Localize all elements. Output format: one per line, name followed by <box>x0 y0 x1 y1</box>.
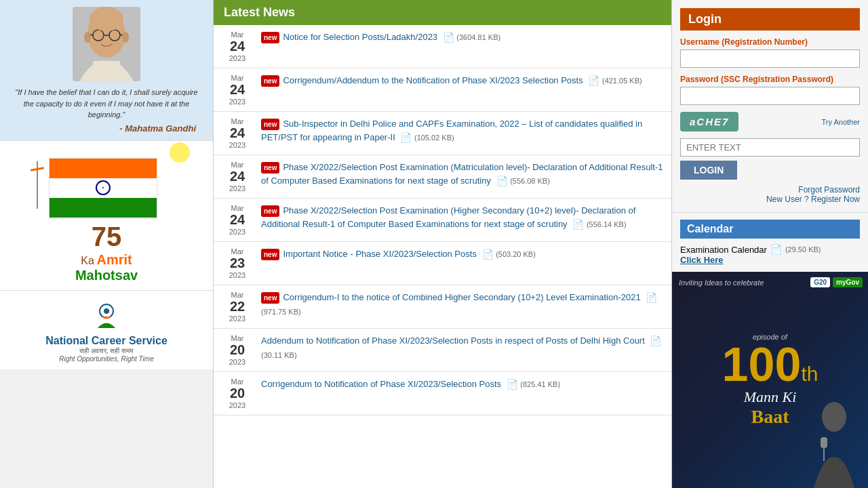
news-month: Mar <box>220 378 254 386</box>
captcha-input[interactable] <box>680 138 860 157</box>
news-title-link[interactable]: Notice for Selection Posts/Ladakh/2023 <box>283 32 437 42</box>
captcha-row: aCHE7 Try Another <box>680 112 860 131</box>
news-day: 24 <box>220 125 254 141</box>
news-content: Corrigendum to Notification of Phase XI/… <box>261 378 665 392</box>
news-title-link[interactable]: Corrigendum-I to the notice of Combined … <box>283 292 640 302</box>
news-day: 24 <box>220 39 254 54</box>
gandhi-section: "If I have the belief that I can do it, … <box>0 0 213 140</box>
new-badge: new <box>261 249 279 260</box>
news-month: Mar <box>220 161 254 169</box>
news-item: Mar232023newImportant Notice - Phase XI/… <box>214 242 671 285</box>
file-size: (825.41 KB) <box>520 380 560 388</box>
new-badge: new <box>261 119 279 130</box>
news-title-link[interactable]: Addendum to Notification of Phase XI/202… <box>261 336 645 346</box>
banner-section: Inviting Ideas to celebrate G20 myGov ep… <box>672 272 868 488</box>
news-year: 2023 <box>220 54 254 62</box>
mann-ki-baat: episode of 100 th Mann Ki Baat <box>722 333 818 428</box>
password-label: Password (SSC Registration Password) <box>680 75 860 84</box>
new-user-link[interactable]: New User ? Register Now <box>680 195 860 204</box>
news-content: newNotice for Selection Posts/Ladakh/202… <box>261 30 665 45</box>
news-day: 20 <box>220 386 254 401</box>
top-logos: G20 myGov <box>810 277 863 287</box>
file-size: (105.02 KB) <box>414 134 454 142</box>
gandhi-author: - Mahatma Gandhi <box>7 123 206 134</box>
login-header: Login <box>680 8 860 30</box>
news-title-link[interactable]: Important Notice - Phase XI/2023/Selecti… <box>283 249 476 259</box>
banner-content: Inviting Ideas to celebrate G20 myGov ep… <box>672 272 868 488</box>
file-size: (971.75 KB) <box>261 308 301 316</box>
news-content: newImportant Notice - Phase XI/2023/Sele… <box>261 247 665 262</box>
news-item: Mar242023newSub-Inspector in Delhi Polic… <box>214 112 671 155</box>
news-year: 2023 <box>220 184 254 192</box>
news-list[interactable]: Mar242023newNotice for Selection Posts/L… <box>214 25 671 488</box>
try-another-link[interactable]: Try Another <box>822 118 860 126</box>
news-month: Mar <box>220 247 254 256</box>
svg-point-8 <box>90 7 123 31</box>
pm-silhouette <box>810 400 858 488</box>
azadi-mahotsav: Mahotsav <box>75 268 138 283</box>
new-badge: new <box>261 162 279 174</box>
svg-rect-9 <box>93 61 120 81</box>
pdf-icon: 📄 <box>646 291 657 305</box>
news-content: newPhase X/2022/Selection Post Examinati… <box>261 161 665 188</box>
news-date: Mar242023 <box>220 74 254 106</box>
news-content: newSub-Inspector in Delhi Police and CAP… <box>261 117 665 145</box>
news-content: newCorrigendum-I to the notice of Combin… <box>261 291 665 319</box>
mygov-badge: myGov <box>833 277 863 287</box>
pdf-icon: 📄 <box>400 131 412 145</box>
news-date: Mar242023 <box>220 204 254 236</box>
captcha-image: aCHE7 <box>680 112 738 131</box>
news-month: Mar <box>220 204 254 212</box>
ncs-logo: National Career Service सही अवसर, सही सम… <box>45 298 167 363</box>
news-date: Mar242023 <box>220 30 254 62</box>
pdf-icon: 📄 <box>496 174 508 188</box>
username-label: Username (Registration Number) <box>680 37 860 47</box>
file-size: (30.11 KB) <box>261 351 297 359</box>
password-input[interactable] <box>680 87 860 105</box>
ncs-hindi: सही अवसर, सही समय <box>79 347 134 355</box>
calendar-section: Calendar Examination Calendar 📄 (29.50 K… <box>672 212 868 272</box>
baat-label: Baat <box>722 406 818 428</box>
calendar-file-size: (29.50 KB) <box>785 245 821 253</box>
file-size: (556.14 KB) <box>587 220 627 228</box>
new-badge: new <box>261 32 279 43</box>
login-button[interactable]: LOGIN <box>680 161 737 180</box>
login-links: Forgot Password New User ? Register Now <box>680 185 860 204</box>
svg-point-12 <box>822 402 846 432</box>
news-title-link[interactable]: Corrigendum/Addendum to the Notification… <box>283 75 583 85</box>
news-year: 2023 <box>220 271 254 279</box>
pdf-icon: 📄 <box>572 218 584 232</box>
pdf-icon: 📄 <box>482 247 494 262</box>
news-day: 23 <box>220 256 254 271</box>
news-item: Mar242023newNotice for Selection Posts/L… <box>214 25 671 68</box>
news-item: Mar242023newPhase X/2022/Selection Post … <box>214 155 671 199</box>
gandhi-image <box>73 7 140 81</box>
news-year: 2023 <box>220 401 254 409</box>
main-content: Latest News Mar242023newNotice for Selec… <box>214 0 671 488</box>
azadi-ka: Ka <box>81 255 94 266</box>
new-badge: new <box>261 292 279 304</box>
news-item: Mar242023newPhase X/2022/Selection Post … <box>214 199 671 242</box>
news-month: Mar <box>220 291 254 299</box>
username-input[interactable] <box>680 49 860 68</box>
news-title-link[interactable]: Corrigendum to Notification of Phase XI/… <box>261 379 501 389</box>
news-year: 2023 <box>220 314 254 323</box>
azadi-amrit: Amrit <box>96 252 132 267</box>
news-item: Mar242023newCorrigendum/Addendum to the … <box>214 68 671 112</box>
news-item: Mar222023newCorrigendum-I to the notice … <box>214 285 671 329</box>
new-badge: new <box>261 205 279 217</box>
file-size: (556.08 KB) <box>510 177 550 185</box>
svg-point-7 <box>122 32 129 43</box>
ncs-name: National Career Service <box>45 335 167 347</box>
news-content: Addendum to Notification of Phase XI/202… <box>261 334 665 362</box>
forgot-password-link[interactable]: Forgot Password <box>680 185 860 195</box>
calendar-header: Calendar <box>680 220 860 239</box>
ncs-section: National Career Service सही अवसर, सही सम… <box>0 290 213 369</box>
news-day: 20 <box>220 342 254 358</box>
news-content: newPhase X/2022/Selection Post Examinati… <box>261 204 665 232</box>
news-title-link[interactable]: Phase X/2022/Selection Post Examination … <box>261 162 663 186</box>
azadi-75: 75 <box>92 222 122 251</box>
calendar-click-here[interactable]: Click Here <box>680 255 860 265</box>
latest-news-header: Latest News <box>214 0 671 25</box>
right-sidebar: Login Username (Registration Number) Pas… <box>671 0 868 488</box>
